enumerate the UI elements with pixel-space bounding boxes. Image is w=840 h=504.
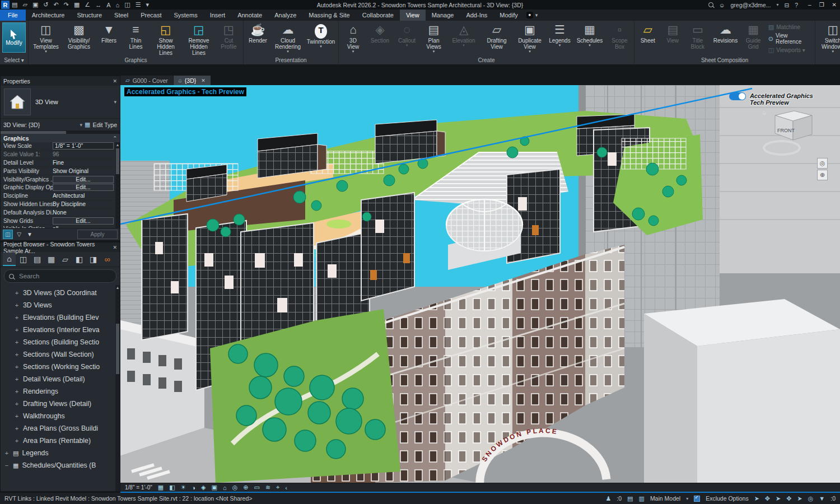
ribbon-tab[interactable]: Annotate (231, 10, 268, 21)
instance-dropdown-icon[interactable]: ▾ (80, 122, 82, 128)
tree-expander-icon[interactable]: + (14, 388, 20, 395)
ribbon-button[interactable]: T Twinmotion (305, 21, 337, 56)
browser-tab-icon[interactable]: ◨ (87, 253, 100, 265)
ribbon-button[interactable]: ☁ Revisions (711, 21, 741, 56)
instance-selector[interactable]: 3D View: {3D} (3, 122, 40, 128)
tree-item[interactable]: + Area Plans (Gross Buildi (1, 422, 120, 435)
ribbon-button[interactable]: ◫ View Templates (30, 21, 62, 56)
property-row[interactable]: Show Grids Edit... (1, 217, 115, 225)
minimize-button[interactable]: – (808, 2, 811, 8)
ribbon-button[interactable]: ▤ Plan Views (421, 21, 447, 56)
qat-icon[interactable]: ↔ (95, 2, 101, 8)
property-value[interactable]: 1/8" = 1'-0" (53, 142, 114, 150)
ribbon-tab[interactable]: Analyze (268, 10, 302, 21)
ribbon-button[interactable]: ▼ Filters (96, 21, 122, 56)
type-selector[interactable]: 3D View ▾ (1, 86, 120, 119)
view-control-icon[interactable]: ▭ (254, 484, 259, 491)
view-control-icon[interactable]: ◧ (169, 484, 175, 491)
main-model-dropdown-icon[interactable]: ▾ (686, 496, 688, 501)
view-control-icon[interactable]: ◈ (201, 484, 206, 491)
close-button[interactable]: ✕ (832, 2, 837, 8)
view-control-icon[interactable]: ▣ (212, 484, 217, 491)
ribbon-tab[interactable]: Add-Ins (460, 10, 493, 21)
toggle-switch[interactable] (729, 92, 746, 100)
ribbon-tab[interactable]: Insert (204, 10, 232, 21)
tree-item[interactable]: + Elevations (Interior Eleva (1, 324, 120, 336)
property-row[interactable]: Visibility/Graphics ... Edit... (1, 175, 115, 184)
qat-icon[interactable]: ↺ (43, 1, 48, 8)
tree-expander-icon[interactable]: + (14, 425, 20, 432)
view-control-icon[interactable]: ⌖ (276, 484, 279, 491)
zoom-icon[interactable]: ⊕ (817, 170, 828, 180)
property-row[interactable]: Detail Level Fine (1, 159, 115, 167)
tree-expander-icon[interactable]: + (14, 413, 20, 419)
property-row[interactable]: Parts Visibility Show Original (1, 167, 115, 175)
browser-tab-icon[interactable]: ⌂ (3, 253, 16, 266)
property-value[interactable]: Show Original (53, 168, 115, 174)
ribbon-button[interactable]: ☕ Render (245, 21, 271, 56)
scroll-up-icon[interactable]: ▲ (116, 142, 120, 147)
ribbon-button[interactable]: ▩ Visibility/ Graphics (63, 21, 95, 56)
tree-expander-icon[interactable]: − (4, 462, 10, 469)
properties-vscrollbar[interactable]: ▲ (115, 142, 120, 228)
ribbon-button[interactable]: ◳ Cut Profile (216, 21, 242, 56)
ribbon-button[interactable]: ▣ Duplicate View (514, 21, 546, 56)
property-value[interactable]: Edit... (53, 176, 114, 183)
qat-icon[interactable]: ↶ (54, 1, 59, 8)
account-dropdown-icon[interactable]: ▾ (776, 2, 778, 7)
view-control-icon[interactable]: ⌂ (223, 484, 227, 491)
tree-expander-icon[interactable]: + (14, 376, 20, 382)
selection-control-icon[interactable]: ➤ (797, 495, 802, 502)
ribbon-tab[interactable]: Systems (167, 10, 203, 21)
property-value[interactable]: 96 (53, 151, 115, 157)
close-view-icon[interactable]: ✕ (201, 78, 206, 83)
ribbon-button[interactable]: ▦ Schedules (573, 21, 606, 56)
tree-expander-icon[interactable]: + (14, 326, 20, 333)
properties-footer-icon[interactable]: ▽ (15, 230, 24, 239)
view-tab-3d[interactable]: ⌂ {3D} ✕ (174, 76, 211, 85)
ribbon-button[interactable]: ◫ Switch Windows (816, 21, 840, 56)
ribbon-button[interactable]: ◈ Section (367, 21, 393, 56)
navigation-wheel-icon[interactable]: ◎ (817, 158, 828, 169)
qat-icon[interactable]: ▣ (32, 1, 38, 8)
ribbon-small-button[interactable]: ▨ Matchline (768, 24, 811, 31)
browser-tab-icon[interactable]: ▤ (31, 253, 44, 265)
qat-icon[interactable]: ☰ (136, 1, 141, 8)
section-collapse-icon[interactable]: ⌃ (113, 136, 117, 141)
help-icon[interactable]: ? (795, 2, 798, 8)
qat-icon[interactable]: ▦ (74, 1, 80, 8)
modify-button[interactable]: Modify (2, 22, 26, 53)
property-value[interactable]: Edit... (53, 184, 114, 191)
edit-type-button[interactable]: Edit Type (92, 122, 117, 128)
properties-footer-icon[interactable]: ▼ (25, 230, 34, 239)
browser-vscrollbar[interactable]: ▲ (115, 285, 120, 491)
property-row[interactable]: Default Analysis Di... None (1, 208, 115, 217)
property-row[interactable]: Discipline Architectural (1, 192, 115, 200)
design-options-icon[interactable]: ▥ (638, 495, 644, 502)
ribbon-button[interactable]: ☰ Legends (547, 21, 573, 56)
ribbon-button[interactable]: ▫ Scope Box (606, 21, 633, 56)
ribbon-button[interactable]: ▱ Drafting View (480, 21, 513, 56)
tree-item[interactable]: + ▤ Legends (1, 447, 120, 459)
tree-item[interactable]: + 3D Views (1, 299, 120, 311)
ribbon-tab[interactable]: Steel (108, 10, 134, 21)
scroll-up-icon[interactable]: ▲ (116, 285, 120, 290)
tree-item[interactable]: + Area Plans (Rentable) (1, 435, 120, 447)
search-icon[interactable] (708, 2, 713, 7)
qat-icon[interactable]: ⌂ (116, 2, 120, 8)
view-control-icon[interactable]: ◑ (192, 484, 195, 491)
browser-tab-icon[interactable]: ▱ (59, 253, 72, 265)
tree-expander-icon[interactable]: + (14, 339, 20, 346)
tree-item[interactable]: + Drafting Views (Detail) (1, 398, 120, 410)
property-row[interactable]: Graphic Display Op... Edit... (1, 184, 115, 192)
tree-item[interactable]: + Sections (Working Sectio (1, 361, 120, 373)
ribbon-button[interactable]: ▭ Title Block (685, 21, 710, 56)
ribbon-tab[interactable]: Modify (493, 10, 524, 21)
qat-icon[interactable]: ▤ (12, 1, 17, 8)
ribbon-button[interactable]: ⌂ 3D View (340, 21, 366, 56)
restore-button[interactable]: ❐ (819, 2, 824, 8)
view-control-icon[interactable]: ⊕ (243, 484, 248, 491)
property-value[interactable]: None (53, 209, 115, 216)
ribbon-button[interactable]: ▤ View (661, 21, 685, 56)
tree-item[interactable]: + Walkthroughs (1, 410, 120, 422)
